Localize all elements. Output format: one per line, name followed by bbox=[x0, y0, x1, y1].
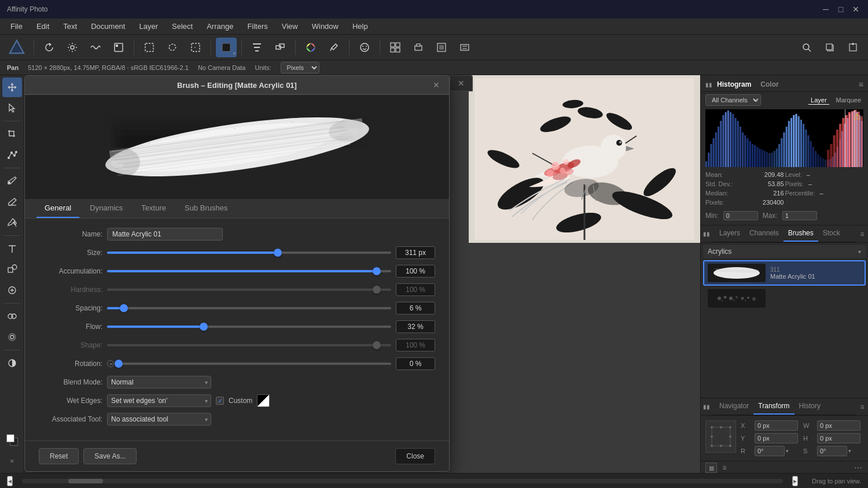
tool-group[interactable] bbox=[385, 38, 406, 57]
tool-colorwheel[interactable] bbox=[300, 38, 321, 57]
r-coord-input[interactable] bbox=[755, 446, 785, 456]
menu-filters[interactable]: Filters bbox=[241, 20, 273, 33]
histogram-options-btn[interactable]: ≡ bbox=[859, 80, 863, 89]
channels-select[interactable]: All Channels Red Green Blue Alpha bbox=[705, 94, 761, 106]
spacing-value[interactable]: 6 % bbox=[396, 302, 435, 315]
scroll-thumb[interactable] bbox=[68, 479, 103, 483]
panel-close-x-btn[interactable]: ✕ bbox=[450, 75, 473, 91]
s-coord-input[interactable] bbox=[817, 446, 847, 456]
section-options-btn[interactable]: ≡ bbox=[856, 228, 868, 240]
tool-ungroup[interactable] bbox=[408, 38, 429, 57]
save-as-button[interactable]: Save As... bbox=[83, 448, 137, 464]
max-input[interactable] bbox=[782, 211, 817, 220]
brushes-group-header[interactable]: Acrylics ▾ bbox=[703, 245, 866, 258]
tab-stock[interactable]: Stock bbox=[818, 225, 845, 242]
tab-sub-brushes[interactable]: Sub Brushes bbox=[176, 199, 236, 218]
menu-window[interactable]: Window bbox=[306, 20, 344, 33]
scroll-right-btn[interactable]: ▸ bbox=[792, 476, 798, 486]
minimize-btn[interactable]: ─ bbox=[821, 4, 831, 14]
x-coord-input[interactable] bbox=[755, 420, 798, 431]
wet-edges-color-swatch[interactable] bbox=[257, 394, 270, 407]
tab-history[interactable]: History bbox=[795, 398, 825, 415]
tool-emoji[interactable] bbox=[354, 38, 375, 57]
menu-select[interactable]: Select bbox=[166, 20, 198, 33]
tool-settings[interactable] bbox=[62, 38, 83, 57]
tool-node[interactable] bbox=[2, 145, 22, 165]
name-input[interactable] bbox=[107, 228, 223, 241]
menu-document[interactable]: Document bbox=[85, 20, 131, 33]
horizontal-scrollbar[interactable] bbox=[22, 479, 783, 483]
color-title[interactable]: Color bbox=[760, 80, 778, 88]
tool-transform[interactable] bbox=[270, 38, 290, 57]
tab-navigator[interactable]: Navigator bbox=[715, 398, 753, 415]
tool-pointer[interactable] bbox=[2, 98, 22, 118]
tool-lasso[interactable] bbox=[162, 38, 183, 57]
reset-button[interactable]: Reset bbox=[39, 448, 79, 464]
flow-slider-thumb[interactable] bbox=[200, 323, 208, 331]
size-value[interactable]: 311 px bbox=[396, 246, 435, 259]
grid-view-btn[interactable]: ▦ bbox=[705, 463, 717, 473]
r-dropdown-arrow-icon[interactable]: ▾ bbox=[786, 448, 789, 454]
blend-mode-select[interactable]: Normal Multiply Screen Overlay bbox=[107, 376, 211, 389]
scroll-left-btn[interactable]: ◂ bbox=[7, 476, 13, 486]
tab-dynamics[interactable]: Dynamics bbox=[82, 199, 131, 218]
nav-collapse-btn[interactable]: ▮▮ bbox=[701, 401, 712, 413]
h-coord-input[interactable] bbox=[817, 433, 860, 443]
tool-color-adjust[interactable] bbox=[2, 353, 22, 373]
tab-texture[interactable]: Texture bbox=[133, 199, 174, 218]
accumulation-slider-thumb[interactable] bbox=[373, 267, 381, 275]
tab-brushes[interactable]: Brushes bbox=[784, 225, 818, 242]
s-dropdown-arrow-icon[interactable]: ▾ bbox=[848, 448, 851, 454]
menu-file[interactable]: File bbox=[5, 20, 28, 33]
tool-color-picker[interactable]: ▾ bbox=[216, 38, 237, 57]
tool-expand[interactable]: » bbox=[2, 451, 22, 471]
tool-undo-rotate[interactable] bbox=[39, 38, 60, 57]
brush-item-2[interactable] bbox=[703, 286, 866, 311]
w-coord-input[interactable] bbox=[817, 420, 860, 431]
rotation-value[interactable]: 0 % bbox=[396, 357, 435, 370]
tool-wave[interactable] bbox=[85, 38, 106, 57]
menu-arrange[interactable]: Arrange bbox=[201, 20, 239, 33]
associated-tool-select[interactable]: No associated tool Paint Brush Erase bbox=[107, 413, 211, 426]
histogram-marquee-tab[interactable]: Marquee bbox=[834, 96, 863, 104]
tool-rect-select[interactable] bbox=[139, 38, 160, 57]
spacing-slider-thumb[interactable] bbox=[120, 304, 128, 312]
layers-section-collapse[interactable]: ▮▮ bbox=[701, 228, 712, 240]
menu-layer[interactable]: Layer bbox=[133, 20, 164, 33]
rotation-slider-track[interactable] bbox=[119, 363, 391, 365]
tool-crop[interactable] bbox=[2, 124, 22, 144]
tool-healing[interactable] bbox=[2, 280, 22, 300]
list-view-btn[interactable]: ≡ bbox=[719, 463, 730, 473]
tab-general[interactable]: General bbox=[36, 199, 79, 218]
menu-edit[interactable]: Edit bbox=[31, 20, 55, 33]
tool-paste[interactable] bbox=[843, 38, 863, 57]
menu-text[interactable]: Text bbox=[57, 20, 83, 33]
close-btn[interactable]: ✕ bbox=[851, 4, 861, 14]
tool-erase[interactable] bbox=[2, 192, 22, 212]
rotation-slider-thumb[interactable] bbox=[115, 360, 123, 368]
rotation-indicator[interactable] bbox=[107, 360, 114, 367]
accumulation-value[interactable]: 100 % bbox=[396, 265, 435, 278]
tool-search[interactable] bbox=[796, 38, 817, 57]
y-coord-input[interactable] bbox=[755, 433, 798, 443]
tool-dropper[interactable] bbox=[323, 38, 344, 57]
min-input[interactable] bbox=[723, 211, 758, 220]
histogram-collapse-btn[interactable]: ▮▮ bbox=[705, 81, 712, 88]
units-select[interactable]: Pixels Inches bbox=[281, 62, 319, 73]
tool-clone[interactable] bbox=[2, 306, 22, 326]
tool-align[interactable] bbox=[247, 38, 267, 57]
tool-magic-wand[interactable] bbox=[185, 38, 206, 57]
size-slider-track[interactable] bbox=[107, 252, 391, 254]
brush-item-matte-acrylic[interactable]: 311 Matte Acrylic 01 bbox=[703, 260, 866, 286]
custom-checkbox[interactable]: ✓ bbox=[216, 397, 224, 405]
dialog-close-btn[interactable]: ✕ bbox=[431, 79, 442, 91]
histogram-layer-tab[interactable]: Layer bbox=[808, 96, 829, 105]
tool-adjustment[interactable] bbox=[454, 38, 475, 57]
flow-value[interactable]: 32 % bbox=[396, 320, 435, 333]
close-button[interactable]: Close bbox=[395, 448, 435, 464]
tool-export[interactable] bbox=[108, 38, 129, 57]
tool-text[interactable] bbox=[2, 239, 22, 258]
tab-channels[interactable]: Channels bbox=[745, 225, 784, 242]
spacing-slider-track[interactable] bbox=[107, 307, 391, 309]
tool-shape[interactable] bbox=[2, 260, 22, 279]
